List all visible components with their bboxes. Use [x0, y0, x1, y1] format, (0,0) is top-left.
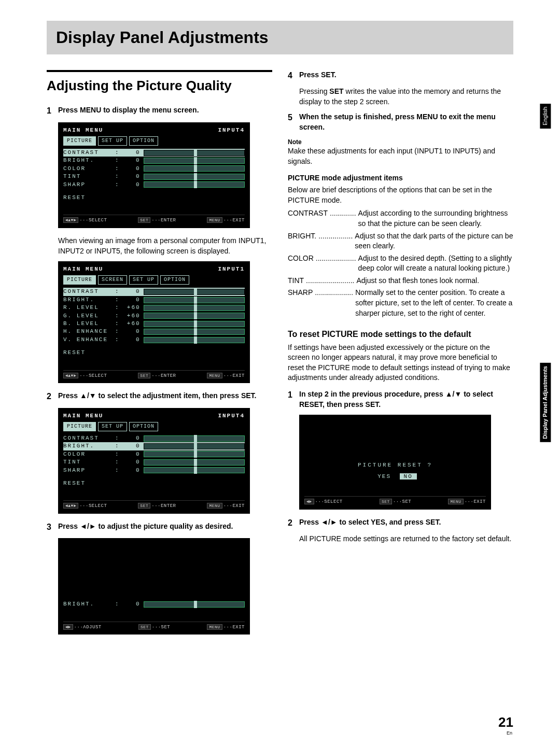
step-number: 5	[288, 112, 299, 132]
osd-slider[interactable]	[144, 601, 245, 608]
step-1: 1 Press MENU to display the menu screen.	[47, 105, 272, 117]
step-text: Press ◄/► to select YES, and press SET.	[299, 517, 513, 529]
note-label: Note	[288, 138, 513, 147]
step-number: 1	[47, 105, 58, 117]
adjustment-items-intro: Below are brief descriptions of the opti…	[288, 185, 513, 205]
osd-title: MAIN MENU	[63, 265, 103, 273]
step-number: 1	[288, 389, 299, 410]
osd-tab-picture[interactable]: PICTURE	[63, 136, 96, 146]
osd-tab-screen[interactable]: SCREEN	[98, 275, 127, 285]
osd-screen-picture-input4: MAIN MENUINPUT4 PICTURE SET UP OPTION CO…	[58, 122, 250, 228]
side-tab-chapter: Display Panel Adjustments	[540, 363, 551, 442]
osd-row[interactable]: R. LEVEL:+60	[63, 304, 245, 312]
osd-screen-adjust-bright: BRIGHT.:0 ◄►···ADJUST SET···SET MENU···E…	[58, 538, 250, 635]
osd-tab-option[interactable]: OPTION	[160, 275, 189, 285]
step-number: 4	[288, 70, 299, 81]
reset-step-2-body: All PICTURE mode settings are returned t…	[299, 534, 513, 544]
osd-row[interactable]: SHARP:0	[63, 467, 245, 474]
osd-tab-setup[interactable]: SET UP	[129, 275, 158, 285]
manual-page: Display Panel Adjustments English Displa…	[0, 0, 560, 747]
osd-input: INPUT4	[218, 126, 245, 134]
osd-reset-no[interactable]: NO	[400, 473, 417, 480]
osd-row[interactable]: BRIGHT.:0	[63, 442, 245, 450]
reset-intro: If settings have been adjusted excessive…	[288, 343, 513, 383]
key-set-icon: SET	[138, 217, 150, 223]
step-number: 2	[288, 517, 299, 529]
step-number: 3	[47, 522, 58, 533]
step-text: Press ▲/▼ to select the adjustment item,…	[58, 391, 272, 402]
osd-screen-picture-input1: MAIN MENUINPUT1 PICTURE SCREEN SET UP OP…	[58, 261, 250, 383]
osd-adjust-label: BRIGHT.	[63, 600, 115, 608]
osd-tab-option[interactable]: OPTION	[129, 136, 158, 146]
note-body: Make these adjustments for each input (I…	[288, 146, 513, 166]
osd-tab-picture[interactable]: PICTURE	[63, 275, 96, 285]
key-nav-icon: ◄▲▼►	[63, 217, 78, 223]
step-text: Press MENU to display the menu screen.	[58, 105, 272, 117]
step-1-body: When viewing an image from a personal co…	[58, 236, 272, 256]
osd-row[interactable]: G. LEVEL:+60	[63, 312, 245, 320]
step-4: 4 Press SET.	[288, 70, 513, 81]
page-number: 21	[498, 713, 513, 731]
osd-reset[interactable]: RESET	[63, 349, 115, 357]
reset-step-2: 2 Press ◄/► to select YES, and press SET…	[288, 517, 513, 529]
osd-title: MAIN MENU	[63, 126, 103, 134]
chapter-title-bar: Display Panel Adjustments	[47, 21, 513, 54]
page-lang-short: En	[507, 730, 512, 737]
osd-screen-reset-confirm: PICTURE RESET ? YES NO ◄►···SELECT SET··…	[299, 415, 491, 509]
osd-tab-setup[interactable]: SET UP	[98, 136, 127, 146]
step-number: 2	[47, 391, 58, 402]
step-text: Press SET.	[299, 70, 513, 81]
osd-row[interactable]: TINT:0	[63, 173, 245, 180]
side-tab-language: English	[540, 104, 551, 129]
osd-row[interactable]: BRIGHT.:0	[63, 157, 245, 164]
definitions-list: CONTRAST.............Adjust according to…	[288, 208, 513, 318]
def-tint: TINT........................Adjust so th…	[288, 276, 513, 286]
step-3: 3 Press ◄/► to adjust the picture qualit…	[47, 522, 272, 533]
osd-row[interactable]: BRIGHT.:0	[63, 296, 245, 304]
osd-adjust-value: 0	[120, 600, 141, 608]
section-title: Adjusting the Picture Quality	[47, 76, 272, 95]
def-color: COLOR....................Adjust to the d…	[288, 253, 513, 274]
left-column: Adjusting the Picture Quality 1 Press ME…	[47, 70, 272, 643]
osd-reset-question: PICTURE RESET ?	[304, 461, 486, 469]
reset-header: To reset PICTURE mode settings to the de…	[288, 329, 513, 340]
def-bright: BRIGHT..................Adjust so that t…	[288, 231, 513, 251]
step-5: 5 When the setup is finished, press MENU…	[288, 112, 513, 132]
osd-reset[interactable]: RESET	[63, 194, 115, 202]
osd-row[interactable]: CONTRAST:0	[63, 434, 245, 442]
step-text: When the setup is finished, press MENU t…	[299, 112, 513, 132]
step-4-body: Pressing SET writes the value into the m…	[299, 87, 513, 107]
adjustment-items-header: PICTURE mode adjustment items	[288, 173, 513, 184]
osd-row[interactable]: CONTRAST:0	[63, 288, 245, 295]
osd-row[interactable]: CONTRAST:0	[63, 149, 245, 157]
step-text: Press ◄/► to adjust the picture quality …	[58, 522, 272, 533]
rule	[47, 70, 272, 72]
def-sharp: SHARP...................Normally set to …	[288, 288, 513, 318]
osd-screen-bright-selected: MAIN MENUINPUT4 PICTURE SET UP OPTION CO…	[58, 408, 250, 514]
osd-row[interactable]: SHARP:0	[63, 181, 245, 189]
osd-row[interactable]: COLOR:0	[63, 165, 245, 173]
osd-row[interactable]: COLOR:0	[63, 450, 245, 458]
key-menu-icon: MENU	[207, 217, 222, 223]
osd-row[interactable]: B. LEVEL:+60	[63, 320, 245, 328]
osd-row[interactable]: TINT:0	[63, 458, 245, 466]
step-2: 2 Press ▲/▼ to select the adjustment ite…	[47, 391, 272, 402]
osd-row[interactable]: V. ENHANCE:0	[63, 336, 245, 344]
osd-reset-yes[interactable]: YES	[373, 473, 395, 480]
osd-row[interactable]: H. ENHANCE:0	[63, 328, 245, 335]
chapter-title: Display Panel Adjustments	[56, 26, 504, 49]
step-text: In step 2 in the previous procedure, pre…	[299, 389, 513, 410]
def-contrast: CONTRAST.............Adjust according to…	[288, 208, 513, 229]
reset-step-1: 1 In step 2 in the previous procedure, p…	[288, 389, 513, 410]
right-column: 4 Press SET. Pressing SET writes the val…	[288, 70, 513, 643]
osd-input: INPUT1	[218, 265, 245, 273]
two-column-layout: Adjusting the Picture Quality 1 Press ME…	[47, 70, 513, 643]
